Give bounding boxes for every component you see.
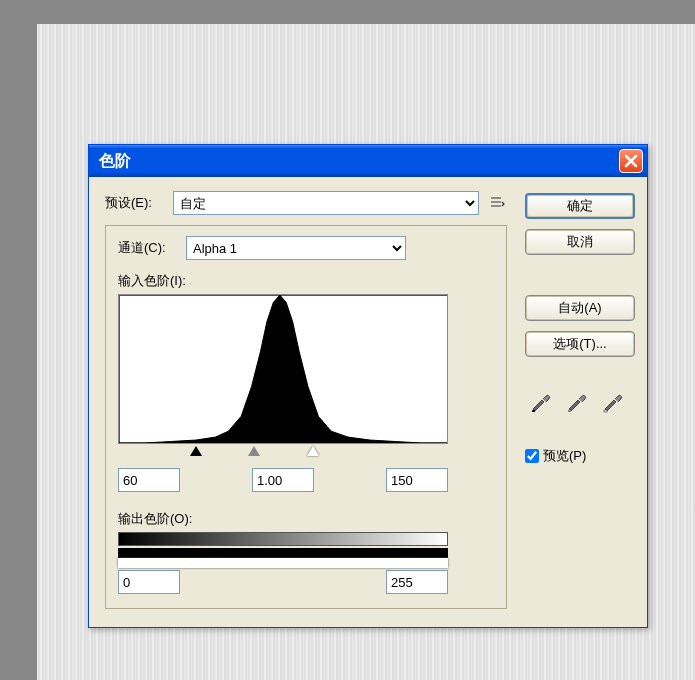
preset-menu-icon [489, 195, 505, 211]
close-icon [624, 154, 638, 168]
shadow-input[interactable] [118, 468, 180, 492]
white-point-eyedropper[interactable] [599, 387, 625, 413]
titlebar[interactable]: 色阶 [89, 145, 647, 177]
preset-menu-button[interactable] [487, 193, 507, 213]
gray-point-eyedropper[interactable] [563, 387, 589, 413]
output-levels-label: 输出色阶(O): [118, 510, 494, 528]
channel-select[interactable]: Alpha 1 [186, 236, 406, 260]
ok-button[interactable]: 确定 [525, 193, 635, 219]
eyedropper-gray-icon [565, 391, 587, 413]
shadow-slider-handle[interactable] [190, 446, 202, 456]
svg-rect-1 [568, 410, 571, 412]
input-slider[interactable] [118, 446, 448, 460]
channel-label: 通道(C): [118, 239, 178, 257]
auto-button[interactable]: 自动(A) [525, 295, 635, 321]
highlight-input[interactable] [386, 468, 448, 492]
levels-dialog: 色阶 预设(E): 自定 [88, 144, 648, 628]
midtone-input[interactable] [252, 468, 314, 492]
cancel-button[interactable]: 取消 [525, 229, 635, 255]
eyedropper-black-icon [529, 391, 551, 413]
eyedropper-white-icon [601, 391, 623, 413]
close-button[interactable] [619, 149, 643, 173]
levels-panel: 通道(C): Alpha 1 输入色阶(I): [105, 225, 507, 609]
output-gradient [118, 532, 448, 546]
black-point-eyedropper[interactable] [527, 387, 553, 413]
output-low-handle[interactable] [118, 548, 448, 558]
preset-label: 预设(E): [105, 194, 165, 212]
input-levels-label: 输入色阶(I): [118, 272, 494, 290]
preset-select[interactable]: 自定 [173, 191, 479, 215]
dialog-title: 色阶 [99, 151, 619, 172]
preview-checkbox[interactable] [525, 449, 539, 463]
histogram-chart [119, 295, 447, 443]
preview-label[interactable]: 预览(P) [543, 447, 586, 465]
output-slider[interactable] [118, 548, 448, 562]
output-high-handle[interactable] [118, 558, 448, 568]
svg-rect-0 [532, 410, 535, 412]
svg-rect-2 [604, 410, 607, 412]
midtone-slider-handle[interactable] [248, 446, 260, 456]
options-button[interactable]: 选项(T)... [525, 331, 635, 357]
output-low-input[interactable] [118, 570, 180, 594]
histogram[interactable] [118, 294, 448, 444]
highlight-slider-handle[interactable] [307, 446, 319, 456]
output-high-input[interactable] [386, 570, 448, 594]
